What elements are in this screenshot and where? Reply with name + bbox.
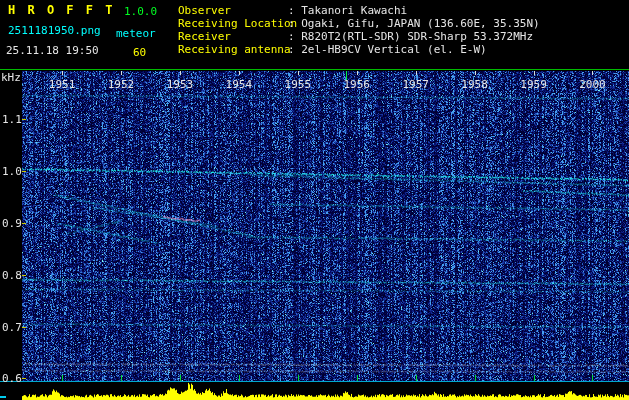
time-tick-label: 1955 xyxy=(284,78,312,91)
info-label-observer: Observer xyxy=(178,4,231,17)
time-tick-label: 1952 xyxy=(107,78,135,91)
info-value-antenna: : 2el-HB9CV Vertical (el. E-W) xyxy=(288,43,487,56)
time-tick-label: 1957 xyxy=(402,78,430,91)
app-version: 1.0.0 xyxy=(124,5,157,18)
filename: 2511181950.png xyxy=(8,24,101,37)
freq-tick-label: 0.9 xyxy=(2,217,22,230)
mode-label: meteor xyxy=(116,27,156,40)
info-label-antenna: Receiving antenna xyxy=(178,43,291,56)
hrofft-screen: H R O F F T 1.0.0 2511181950.png meteor … xyxy=(0,0,629,400)
time-tick-label: 1956 xyxy=(343,78,371,91)
spectrogram-canvas xyxy=(0,0,629,400)
info-value-location: : Ogaki, Gifu, JAPAN (136.60E, 35.35N) xyxy=(288,17,540,30)
time-tick-label: 1953 xyxy=(166,78,194,91)
freq-axis-unit-label: kHz xyxy=(1,71,21,84)
info-value-observer: : Takanori Kawachi xyxy=(288,4,407,17)
freq-tick-label: 0.8 xyxy=(2,269,22,282)
datetime: 25.11.18 19:50 xyxy=(6,44,99,57)
time-tick-label: 1951 xyxy=(48,78,76,91)
time-tick-label: 2000 xyxy=(578,78,606,91)
freq-tick-label: 0.6 xyxy=(2,372,22,385)
time-tick-label: 1954 xyxy=(225,78,253,91)
info-value-receiver: : R820T2(RTL-SDR) SDR-Sharp 53.372MHz xyxy=(288,30,533,43)
duration: 60 xyxy=(133,46,146,59)
freq-tick-label: 1.0 xyxy=(2,165,22,178)
time-tick-label: 1958 xyxy=(461,78,489,91)
info-label-location: Receiving Location xyxy=(178,17,297,30)
time-tick-label: 1959 xyxy=(520,78,548,91)
freq-tick-label: 1.1 xyxy=(2,113,22,126)
freq-tick-label: 0.7 xyxy=(2,321,22,334)
info-label-receiver: Receiver xyxy=(178,30,231,43)
app-title: H R O F F T xyxy=(8,4,115,17)
